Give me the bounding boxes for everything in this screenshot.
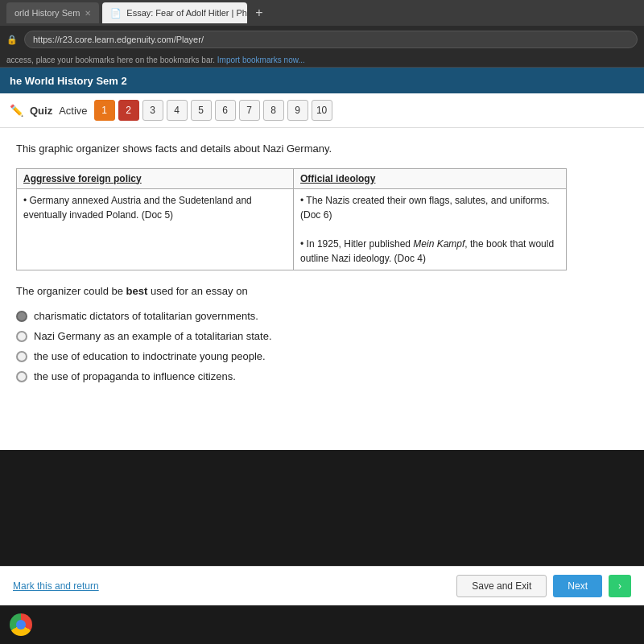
best-used-bold: best (126, 285, 148, 297)
radio-b[interactable] (16, 331, 27, 342)
table-header-col1: Aggressive foreign policy (17, 168, 294, 188)
answer-choice-a[interactable]: charismatic dictators of totalitarian go… (16, 310, 628, 322)
save-exit-button[interactable]: Save and Exit (456, 575, 547, 597)
tab-history[interactable]: orld History Sem ✕ (6, 2, 99, 23)
footer-area: Mark this and return Save and Exit Next … (0, 566, 644, 605)
tab-history-close[interactable]: ✕ (85, 9, 91, 18)
q-num-4[interactable]: 4 (167, 100, 188, 121)
organizer-table: Aggressive foreign policy Official ideol… (16, 168, 567, 270)
radio-c[interactable] (16, 351, 27, 362)
table-cell-ideology: • The Nazis created their own flags, sal… (294, 188, 567, 270)
q-num-10[interactable]: 10 (312, 100, 332, 121)
q-num-1[interactable]: 1 (94, 100, 115, 121)
answer-text-d: the use of propaganda to influence citiz… (34, 370, 236, 382)
bookmarks-text: access, place your bookmarks here on the… (6, 56, 215, 64)
footer-buttons: Save and Exit Next › (456, 575, 631, 597)
radio-a[interactable] (16, 311, 27, 322)
address-input[interactable] (24, 31, 638, 48)
radio-d[interactable] (16, 371, 27, 382)
new-tab-button[interactable]: + (250, 6, 267, 20)
q-num-6[interactable]: 6 (215, 100, 236, 121)
q-num-5[interactable]: 5 (191, 100, 212, 121)
taskbar (0, 605, 644, 644)
lock-icon: 🔒 (6, 35, 18, 45)
q-num-8[interactable]: 8 (263, 100, 284, 121)
extra-button[interactable]: › (609, 575, 631, 597)
tab-essay-icon: 📄 (110, 8, 122, 19)
q-num-3[interactable]: 3 (142, 100, 163, 121)
bookmarks-bar: access, place your bookmarks here on the… (0, 53, 644, 68)
answer-choice-c[interactable]: the use of education to indoctrinate you… (16, 350, 628, 362)
app-title: he World History Sem 2 (10, 75, 127, 87)
answer-choices: charismatic dictators of totalitarian go… (16, 310, 628, 382)
mark-return-link[interactable]: Mark this and return (13, 580, 99, 592)
tab-essay[interactable]: 📄 Essay: Fear of Adolf Hitler | Phila...… (102, 2, 247, 23)
table-header-col2: Official ideology (294, 168, 567, 188)
answer-text-a: charismatic dictators of totalitarian go… (34, 310, 258, 322)
chrome-logo (10, 613, 32, 636)
quiz-nav-area: ✏️ Quiz Active 1 2 3 4 5 6 7 8 9 10 (0, 93, 644, 128)
best-used-text: The organizer could be best used for an … (16, 283, 628, 299)
answer-text-c: the use of education to indoctrinate you… (34, 350, 266, 362)
tab-history-label: orld History Sem (14, 8, 80, 18)
import-bookmarks-link[interactable]: Import bookmarks now... (217, 56, 305, 64)
taskbar-chrome-icon[interactable] (6, 610, 35, 639)
best-used-suffix: used for an essay on (147, 285, 247, 297)
best-used-prefix: The organizer could be (16, 285, 126, 297)
question-intro: This graphic organizer shows facts and d… (16, 141, 628, 157)
quiz-status: Active (59, 105, 87, 117)
answer-text-b: Nazi Germany as an example of a totalita… (34, 330, 272, 342)
answer-choice-d[interactable]: the use of propaganda to influence citiz… (16, 370, 628, 382)
main-content: This graphic organizer shows facts and d… (0, 128, 644, 450)
q-num-2[interactable]: 2 (118, 100, 139, 121)
address-bar: 🔒 (0, 26, 644, 53)
next-button[interactable]: Next (553, 575, 602, 597)
edit-icon-button[interactable]: ✏️ (10, 104, 23, 117)
table-cell-foreign-policy: • Germany annexed Austria and the Sudete… (17, 188, 294, 270)
table-row: • Germany annexed Austria and the Sudete… (17, 188, 567, 270)
tab-bar: orld History Sem ✕ 📄 Essay: Fear of Adol… (0, 0, 644, 26)
q-num-9[interactable]: 9 (287, 100, 308, 121)
browser-chrome: orld History Sem ✕ 📄 Essay: Fear of Adol… (0, 0, 644, 68)
q-num-7[interactable]: 7 (239, 100, 260, 121)
app-header: he World History Sem 2 (0, 68, 644, 93)
question-numbers: 1 2 3 4 5 6 7 8 9 10 (94, 100, 332, 121)
quiz-label: Quiz (30, 105, 52, 117)
answer-choice-b[interactable]: Nazi Germany as an example of a totalita… (16, 330, 628, 342)
tab-essay-label: Essay: Fear of Adolf Hitler | Phila... (126, 8, 247, 18)
